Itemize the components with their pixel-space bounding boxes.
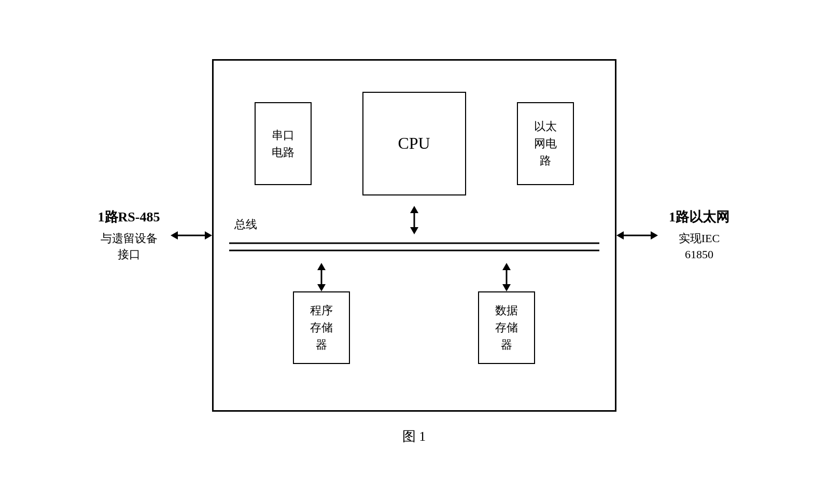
diagram-wrapper: 1路RS-485 与遗留设备 接口 串口 电路 CPU [103, 59, 725, 412]
iec61850-label: 实现IEC 61850 [679, 231, 720, 263]
serial-circuit-box: 串口 电路 [255, 102, 312, 185]
left-arrow-container [171, 228, 212, 243]
bus-area: 总线 [229, 206, 599, 253]
right-arrow-container [616, 228, 658, 243]
data-memory-arrow-icon [499, 263, 514, 291]
bus-label: 总线 [234, 217, 257, 232]
right-double-arrow-icon [616, 228, 658, 243]
svg-marker-10 [317, 284, 326, 291]
data-memory-unit: 数据 存储 器 [478, 263, 535, 364]
right-side-label: 1路以太网 实现IEC 61850 [658, 208, 741, 263]
svg-marker-15 [616, 231, 624, 240]
program-memory-unit: 程序 存储 器 [293, 263, 350, 364]
bottom-row: 程序 存储 器 数据 存储 器 [214, 263, 615, 364]
left-side-label: 1路RS-485 与遗留设备 接口 [88, 208, 171, 263]
program-memory-arrow-icon [314, 263, 329, 291]
top-row: 串口 电路 CPU 以太 网电 路 [214, 61, 615, 206]
legacy-device-label: 与遗留设备 接口 [101, 231, 158, 263]
cpu-bus-arrow-icon [406, 206, 422, 234]
left-double-arrow-icon [171, 228, 212, 243]
program-memory-box: 程序 存储 器 [293, 291, 350, 364]
svg-marker-16 [651, 231, 658, 240]
svg-marker-12 [502, 263, 511, 270]
fig-caption: 图 1 [402, 427, 426, 445]
svg-marker-4 [410, 206, 418, 213]
main-block: 串口 电路 CPU 以太 网电 路 总线 [212, 59, 616, 412]
ethernet-label: 1路以太网 [669, 208, 729, 227]
bus-lines-icon [229, 241, 599, 253]
svg-marker-2 [205, 231, 212, 240]
svg-marker-5 [410, 227, 418, 234]
page-container: 1路RS-485 与遗留设备 接口 串口 电路 CPU [103, 59, 725, 445]
svg-marker-13 [502, 284, 511, 291]
svg-marker-1 [171, 231, 178, 240]
cpu-box: CPU [362, 92, 466, 195]
rs485-label: 1路RS-485 [98, 208, 160, 227]
svg-marker-9 [317, 263, 326, 270]
ethernet-circuit-box: 以太 网电 路 [517, 102, 574, 185]
data-memory-box: 数据 存储 器 [478, 291, 535, 364]
